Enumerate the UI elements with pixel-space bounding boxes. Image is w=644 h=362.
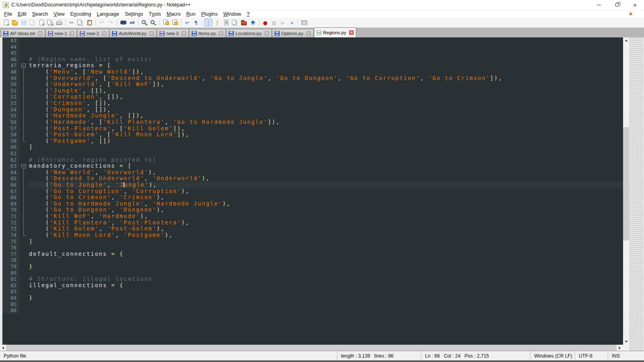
record-macro-icon[interactable]: ● xyxy=(261,19,269,27)
close-document-x-button[interactable]: ✕ xyxy=(629,10,633,18)
show-indent-guide-icon[interactable]: ⋮ xyxy=(204,19,213,27)
menu-search[interactable]: Search xyxy=(29,10,51,18)
scroll-right-button[interactable] xyxy=(617,345,623,351)
zoom-out-icon[interactable]: − xyxy=(149,19,157,27)
code-line-82[interactable]: 82illegal_connections = { xyxy=(2,282,623,289)
status-insert-mode[interactable]: INS xyxy=(608,351,644,360)
menu-language[interactable]: Language xyxy=(94,10,122,18)
code-line-43[interactable]: 43 xyxy=(2,37,623,44)
code-line-54[interactable]: 54 ('Dungeon', []), xyxy=(2,107,623,113)
run-macro-multiple-icon[interactable]: » xyxy=(288,19,296,27)
scroll-up-button[interactable] xyxy=(623,37,629,43)
tab-close-icon[interactable]: ✕ xyxy=(219,31,223,36)
undo-icon[interactable]: ↶ xyxy=(98,19,106,27)
horizontal-scrollbar[interactable] xyxy=(0,345,623,351)
code-line-66[interactable]: 66 ('Go to Jungle', 'Jungle'), xyxy=(2,182,623,188)
code-line-50[interactable]: 50 ('Underworld', ['Kill WoF']), xyxy=(2,81,623,88)
tab-ap-ideas-txt[interactable]: AP Ideas.txt✕ xyxy=(1,29,45,37)
menu-file[interactable]: File xyxy=(1,10,15,18)
code-line-68[interactable]: 68 ('Go to Crimson', 'Crimson'), xyxy=(2,194,623,201)
play-macro-icon[interactable]: ▶ xyxy=(279,19,287,27)
code-area[interactable]: 43444546# (Region name, list of exits)47… xyxy=(2,37,623,345)
code-line-56[interactable]: 56 ('Hardmode', ['Kill Plantera', 'Go to… xyxy=(2,119,623,125)
vertical-scroll-thumb[interactable] xyxy=(623,127,629,240)
word-wrap-icon[interactable]: ↩ xyxy=(183,19,191,27)
close-all-icon[interactable]: × xyxy=(46,19,54,27)
scroll-left-button[interactable] xyxy=(0,345,6,351)
copy-icon[interactable] xyxy=(76,19,85,27)
tab-autoworld-py[interactable]: AutoWorld.py✕ xyxy=(109,29,157,37)
code-line-84[interactable]: 84} xyxy=(2,295,623,301)
code-line-59[interactable]: 59 ('Postgame', []) xyxy=(2,138,623,144)
code-line-79[interactable]: 79} xyxy=(2,263,623,270)
code-line-83[interactable]: 83 xyxy=(2,288,623,295)
find-icon[interactable] xyxy=(119,19,127,27)
minimize-button[interactable] xyxy=(590,0,608,10)
tab-close-icon[interactable]: ✕ xyxy=(306,31,311,36)
code-line-44[interactable]: 44 xyxy=(2,44,623,50)
tab-close-icon[interactable]: ✕ xyxy=(70,31,74,36)
code-line-58[interactable]: 58 ('Post-Golem', ['Kill Moon Lord']), xyxy=(2,132,623,138)
restore-button[interactable] xyxy=(608,0,626,10)
code-line-81[interactable]: 81# Structure: illegal locations xyxy=(2,276,623,282)
horizontal-scroll-thumb[interactable] xyxy=(6,345,617,351)
menu-window[interactable]: Window xyxy=(221,10,244,18)
code-line-51[interactable]: 51 ('Jungle', []), xyxy=(2,88,623,94)
monitoring-icon[interactable] xyxy=(249,19,257,27)
new-file-icon[interactable]: + xyxy=(2,19,10,27)
menu-view[interactable]: View xyxy=(51,10,67,18)
code-line-55[interactable]: 55 ('Hardmode Jungle', []), xyxy=(2,113,623,119)
code-line-49[interactable]: 49 ('Overworld', ['Descend to Underworld… xyxy=(2,75,623,82)
menu-plugins[interactable]: Plugins xyxy=(198,10,221,18)
code-line-73[interactable]: 73 ('Kill Golem', 'Post-Golem'), xyxy=(2,226,623,232)
menu-settings[interactable]: Settings xyxy=(122,10,146,18)
tab-close-icon[interactable]: ✕ xyxy=(349,30,354,35)
code-line-86[interactable]: 86 xyxy=(2,307,623,314)
code-line-76[interactable]: 76 xyxy=(2,245,623,251)
code-line-52[interactable]: 52 ('Corruption', []), xyxy=(2,94,623,100)
tab-close-icon[interactable]: ✕ xyxy=(182,31,186,36)
tab-regions-py[interactable]: Regions.py✕ xyxy=(314,27,357,37)
code-line-71[interactable]: 71 ('Kill WoF', 'Hardmode'), xyxy=(2,213,623,220)
close-icon[interactable]: × xyxy=(37,19,45,27)
fold-collapse-marker[interactable] xyxy=(19,163,28,169)
code-line-48[interactable]: 48 ('Menu', ['New World']), xyxy=(2,69,623,75)
cut-icon[interactable]: ✂ xyxy=(68,19,76,27)
code-line-53[interactable]: 53 ('Crimson', []), xyxy=(2,100,623,107)
code-line-65[interactable]: 65 ('Descend to Underworld', 'Underworld… xyxy=(2,175,623,182)
save-macro-icon[interactable] xyxy=(300,19,308,27)
code-line-63[interactable]: 63mandatory_connections = [ xyxy=(2,163,623,169)
tab-options-py[interactable]: Options.py✕ xyxy=(272,29,314,37)
document-list-icon[interactable] xyxy=(231,19,239,27)
status-eol-format[interactable]: Windows (CR LF) xyxy=(530,351,575,360)
tab-new-2[interactable]: new 2✕ xyxy=(77,29,109,37)
code-line-45[interactable]: 45 xyxy=(2,50,623,56)
replace-icon[interactable]: ab xyxy=(128,19,136,27)
stop-macro-icon[interactable]: ■ xyxy=(270,19,278,27)
tab-locations-py[interactable]: Locations.py✕ xyxy=(226,29,272,37)
code-line-67[interactable]: 67 ('Go to Corruption', 'Corruption'), xyxy=(2,188,623,195)
tab-close-icon[interactable]: ✕ xyxy=(264,31,269,36)
tab-new-1[interactable]: new 1✕ xyxy=(45,29,77,37)
tab-close-icon[interactable]: ✕ xyxy=(38,31,43,36)
sync-vertical-scroll-icon[interactable] xyxy=(162,19,170,27)
code-line-78[interactable]: 78 xyxy=(2,257,623,263)
code-line-75[interactable]: 75] xyxy=(2,239,623,245)
paste-icon[interactable] xyxy=(85,19,93,27)
vertical-scroll-track[interactable] xyxy=(623,43,629,339)
menu-macro[interactable]: Macro xyxy=(164,10,184,18)
sync-horizontal-scroll-icon[interactable] xyxy=(171,19,179,27)
code-line-69[interactable]: 69 ('Go to Hardmode Jungle', 'Hardmode J… xyxy=(2,201,623,207)
code-line-72[interactable]: 72 ('Kill Plantera', 'Post-Plantera'), xyxy=(2,220,623,226)
code-line-47[interactable]: 47terraria_regions = [ xyxy=(2,62,623,69)
code-line-70[interactable]: 70 ('Go to Dungeon', 'Dungeon'), xyxy=(2,207,623,213)
code-line-64[interactable]: 64 ('New World', 'Overworld'), xyxy=(2,169,623,176)
redo-icon[interactable]: ↷ xyxy=(107,19,115,27)
save-icon[interactable] xyxy=(20,19,28,27)
close-button[interactable]: × xyxy=(626,0,644,10)
code-line-74[interactable]: 74 ('Kill Moon Lord', 'Postgame'), xyxy=(2,232,623,239)
document-map-icon[interactable] xyxy=(222,19,230,27)
print-icon[interactable] xyxy=(55,19,63,27)
menu-help[interactable]: ? xyxy=(244,10,252,18)
scroll-down-button[interactable] xyxy=(623,339,629,345)
